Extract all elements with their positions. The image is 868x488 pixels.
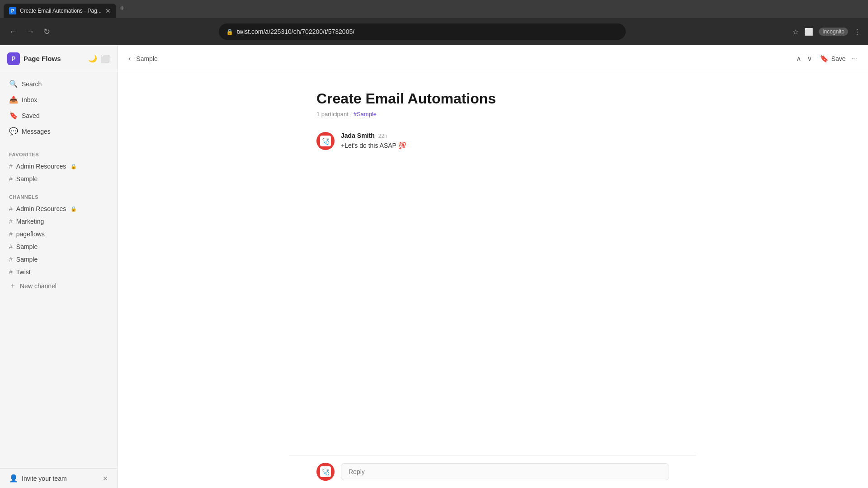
theme-toggle-icon[interactable]: 🌙 [88,54,97,63]
invite-close-button[interactable]: ✕ [103,475,108,482]
nav-inbox[interactable]: 📥 Inbox [0,92,117,108]
message-author: Jada Smith [341,132,375,139]
layout-toggle-icon[interactable]: ⬜ [101,54,110,63]
active-tab[interactable]: P Create Email Automations - Pag... ✕ [4,4,116,18]
hash-icon: # [9,256,13,263]
meta-separator: · [350,111,353,117]
search-icon: 🔍 [9,80,17,88]
fav-sample-label: Sample [16,175,38,183]
app-logo: P [7,52,20,65]
hash-icon: # [9,230,13,238]
bookmark-icon: 🔖 [820,54,829,63]
lock-icon: 🔒 [71,164,77,169]
hash-icon: # [9,163,13,170]
save-button[interactable]: 🔖 Save [820,54,846,63]
extensions-icon[interactable]: ⬜ [804,28,813,36]
tab-title: Create Email Automations - Pag... [20,8,102,14]
message-body: Jada Smith 22h +Let's do this ASAP 💯 [341,132,669,150]
new-tab-button[interactable]: + [120,4,125,13]
url-text: twist.com/a/225310/ch/702200/t/5732005/ [237,28,618,35]
content-header: ‹ Sample ∧ ∨ 🔖 Save ··· [118,45,868,72]
tab-close-button[interactable]: ✕ [105,7,111,14]
favorites-title: Favorites [9,152,39,157]
header-actions: ∧ ∨ 🔖 Save ··· [794,52,857,65]
channel-admin-label: Admin Resources [16,205,66,212]
avatar-inner: 🩺 [320,136,331,146]
avatar-icon: 🩺 [322,137,330,145]
forward-button[interactable]: → [24,25,36,38]
thread-content: Create Email Automations 1 participant ·… [289,72,696,455]
thread-title: Create Email Automations [316,90,669,107]
sidebar-header: P Page Flows 🌙 ⬜ [0,45,117,72]
browser-chrome: P Create Email Automations - Pag... ✕ + … [0,0,868,45]
fav-admin-resources[interactable]: # Admin Resources 🔒 [0,160,117,173]
channel-admin-resources[interactable]: # Admin Resources 🔒 [0,202,117,215]
reply-avatar-inner: 🩺 [320,466,331,477]
favorites-section: Favorites [0,143,117,160]
fav-admin-resources-label: Admin Resources [16,163,66,170]
back-button[interactable]: ← [7,25,19,38]
lock-icon: 🔒 [226,28,233,35]
arrow-navigation: ∧ ∨ [794,52,814,65]
channel-twist-label: Twist [16,268,31,276]
channel-sample-1[interactable]: # Sample [0,240,117,253]
nav-search[interactable]: 🔍 Search [0,76,117,92]
reply-avatar: 🩺 [316,463,335,481]
message-text: +Let's do this ASAP 💯 [341,141,669,150]
saved-icon: 🔖 [9,111,17,120]
hash-icon: # [9,268,13,276]
channel-sample-2[interactable]: # Sample [0,253,117,266]
hash-icon: # [9,243,13,250]
hash-icon: # [9,205,13,212]
channel-twist[interactable]: # Twist [0,266,117,278]
nav-saved[interactable]: 🔖 Saved [0,108,117,123]
channel-link[interactable]: #Sample [354,111,377,117]
invite-icon: 👤 [9,474,18,483]
tab-favicon: P [9,7,16,14]
messages-icon: 💬 [9,127,17,136]
thread-meta: 1 participant · #Sample [316,111,669,117]
fav-sample[interactable]: # Sample [0,173,117,185]
nav-messages-label: Messages [22,128,51,135]
plus-icon: ＋ [9,281,16,291]
main-content: ‹ Sample ∧ ∨ 🔖 Save ··· Create Email Aut… [118,45,868,488]
hash-icon: # [9,218,13,225]
chrome-menu-icon[interactable]: ⋮ [854,28,861,36]
next-thread-button[interactable]: ∨ [805,52,814,65]
incognito-badge: Incognito [819,28,848,36]
avatar: 🩺 [316,132,335,150]
app-container: P Page Flows 🌙 ⬜ 🔍 Search 📥 Inbox 🔖 Save… [0,45,868,488]
inbox-icon: 📥 [9,95,17,104]
reply-section: 🩺 [289,455,696,488]
nav-search-label: Search [22,80,42,88]
channel-pageflows-label: pageflows [16,230,45,238]
channel-pageflows[interactable]: # pageflows [0,228,117,240]
add-channel-button[interactable]: ＋ New channel [0,278,117,293]
channels-section: Channels [0,185,117,202]
app-name: Page Flows [24,55,85,62]
add-channel-label: New channel [20,282,57,290]
channel-marketing-label: Marketing [16,218,44,225]
reply-avatar-icon: 🩺 [322,468,330,475]
reply-input[interactable] [341,463,669,480]
channel-marketing[interactable]: # Marketing [0,215,117,228]
breadcrumb: Sample [136,55,157,62]
back-button[interactable]: ‹ [128,55,131,63]
channels-title: Channels [9,194,38,200]
bookmark-icon[interactable]: ☆ [793,28,799,36]
sidebar-footer: 👤 Invite your team ✕ [0,468,117,488]
sidebar: P Page Flows 🌙 ⬜ 🔍 Search 📥 Inbox 🔖 Save… [0,45,118,488]
participant-count: 1 participant [316,111,349,117]
address-bar[interactable]: 🔒 twist.com/a/225310/ch/702200/t/5732005… [219,23,626,40]
nav-messages[interactable]: 💬 Messages [0,123,117,139]
hash-icon: # [9,175,13,183]
more-options-button[interactable]: ··· [851,55,857,63]
invite-label: Invite your team [22,475,99,482]
nav-inbox-label: Inbox [22,96,37,103]
refresh-button[interactable]: ↻ [42,25,52,38]
message: 🩺 Jada Smith 22h +Let's do this ASAP 💯 [316,132,669,150]
previous-thread-button[interactable]: ∧ [794,52,803,65]
message-time: 22h [378,133,387,139]
channel-sample1-label: Sample [16,243,38,250]
lock-icon: 🔒 [71,206,77,212]
